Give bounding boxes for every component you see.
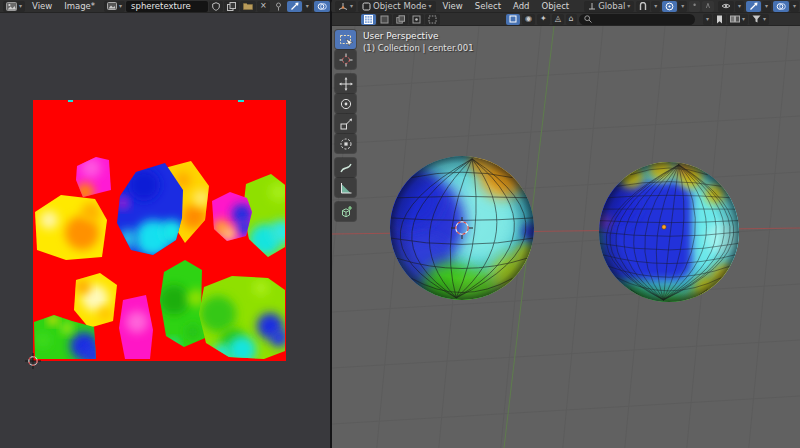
image-icon — [107, 2, 117, 10]
menu-add[interactable]: Add — [508, 1, 534, 11]
unlink-image-button[interactable]: × — [257, 1, 270, 12]
chevron-down-icon: ▾ — [429, 3, 432, 9]
proportional-dropdown[interactable]: ▾ — [678, 1, 687, 12]
sphere-visibility-button[interactable]: ◉ — [522, 14, 535, 25]
brush-button[interactable]: ⌂ — [566, 14, 577, 25]
blender-window: ▾ View Image* ▾ spheretexture — [0, 0, 800, 448]
menu-object[interactable]: Object — [536, 1, 574, 11]
menu-image[interactable]: Image* — [59, 1, 100, 11]
camera-visibility-button[interactable]: ◬ — [552, 14, 564, 25]
camera-icon: ◬ — [555, 15, 561, 23]
open-image-button[interactable] — [240, 1, 256, 12]
select-mode-subtract[interactable] — [393, 14, 408, 25]
visibility-dropdown[interactable]: ▾ — [735, 1, 744, 12]
proportional-edit-toggle[interactable] — [662, 1, 677, 12]
sphere-right[interactable] — [594, 156, 756, 342]
light-icon: ✦ — [540, 15, 547, 23]
add-cube-icon — [339, 205, 353, 219]
menu-view[interactable]: View — [27, 1, 57, 11]
viewport-toolbar — [335, 30, 356, 221]
tool-measure[interactable] — [335, 178, 356, 197]
light-visibility-button[interactable]: ✦ — [537, 14, 550, 25]
grid-select-icon — [364, 15, 373, 24]
menu-view[interactable]: View — [438, 1, 468, 11]
transform-orientation[interactable]: Global ▾ — [584, 1, 634, 12]
select-mode-extend[interactable] — [377, 14, 392, 25]
snap-toggle[interactable] — [636, 1, 650, 12]
overlays-toggle[interactable] — [773, 1, 789, 12]
scene-3d — [332, 26, 800, 448]
viewport-header: ▾ Object Mode ▾ View Select Add Object G… — [332, 0, 800, 13]
mesh-visibility-button[interactable] — [506, 14, 520, 25]
cursor-tool-icon — [339, 53, 353, 67]
image-datablock: ▾ spheretexture — [104, 1, 270, 12]
object-origin-dot — [662, 225, 666, 229]
chevron-down-icon: ▾ — [119, 3, 122, 9]
visibility-button[interactable] — [718, 1, 734, 12]
chevron-down-icon: ▾ — [19, 3, 22, 9]
browse-image-button[interactable]: ▾ — [104, 1, 125, 12]
measure-icon — [339, 181, 353, 195]
collapse-button[interactable]: ▾ — [703, 14, 712, 25]
falloff-button[interactable]: • — [689, 1, 700, 12]
viewport-canvas[interactable]: User Perspective (1) Collection | center… — [332, 26, 800, 448]
collections-icon — [730, 15, 740, 23]
transform-icon — [339, 137, 353, 151]
mode-selector[interactable]: Object Mode ▾ — [358, 1, 436, 12]
dashed-square-icon — [428, 15, 437, 24]
gizmos-toggle[interactable] — [287, 1, 302, 12]
bookmark-icon — [716, 15, 723, 24]
sphere-left[interactable] — [373, 150, 540, 318]
menu-select[interactable]: Select — [470, 1, 506, 11]
rotate-icon — [339, 97, 353, 111]
falloff-curve-button[interactable]: ∧ — [702, 1, 714, 12]
editor-type-button[interactable]: ▾ — [335, 1, 356, 12]
pin-button[interactable] — [274, 2, 283, 11]
eye-icon — [721, 2, 731, 10]
search-icon — [584, 15, 592, 23]
dot-icon: • — [692, 2, 697, 10]
viewport-overlay-text: User Perspective (1) Collection | center… — [363, 30, 474, 54]
image-editor-canvas[interactable] — [0, 13, 330, 448]
bookmark-button[interactable] — [713, 14, 726, 25]
tool-add-cube[interactable] — [335, 202, 356, 221]
gizmos-dropdown[interactable]: ▾ — [762, 1, 771, 12]
scale-icon — [339, 117, 353, 131]
image-editor-icon — [6, 2, 17, 11]
editor-type-button[interactable]: ▾ — [3, 1, 25, 12]
tool-annotate[interactable] — [335, 158, 356, 177]
select-mode-intersect[interactable] — [425, 14, 440, 25]
overlays-dropdown[interactable]: ▾ — [790, 1, 799, 12]
viewport-editor-icon — [338, 2, 348, 11]
gizmos-toggle[interactable] — [746, 1, 761, 12]
chevron-down-icon: ▾ — [742, 16, 745, 22]
snap-dropdown[interactable]: ▾ — [651, 1, 660, 12]
gizmo-arrow-icon — [290, 2, 299, 11]
select-mode-group — [361, 14, 440, 25]
tool-select-box[interactable] — [335, 30, 356, 49]
new-image-button[interactable] — [224, 1, 239, 12]
view-perspective-label: User Perspective — [363, 30, 474, 42]
select-mode-invert[interactable] — [409, 14, 424, 25]
orientation-icon — [588, 2, 596, 10]
fake-user-button[interactable] — [209, 1, 223, 12]
select-mode-set[interactable] — [361, 14, 376, 25]
squares-overlap-icon — [396, 15, 405, 24]
image-name-field[interactable]: spheretexture — [126, 1, 208, 12]
tool-rotate[interactable] — [335, 94, 356, 113]
collections-button[interactable]: ▾ — [727, 14, 748, 25]
overlays-toggle[interactable] — [314, 1, 330, 12]
square-outline-icon — [509, 15, 517, 23]
overlays-icon — [776, 2, 786, 11]
tool-scale[interactable] — [335, 114, 356, 133]
filter-funnel-icon — [752, 15, 761, 23]
overlays-icon — [317, 2, 327, 11]
tool-cursor[interactable] — [335, 50, 356, 69]
gizmos-dropdown[interactable]: ▾ — [303, 1, 312, 12]
cursor-2d — [25, 353, 41, 369]
tool-transform[interactable] — [335, 134, 356, 153]
filter-button[interactable]: ▾ — [749, 14, 769, 25]
square-dot-icon — [412, 15, 421, 24]
tool-move[interactable] — [335, 74, 356, 93]
search-input[interactable] — [579, 14, 695, 25]
